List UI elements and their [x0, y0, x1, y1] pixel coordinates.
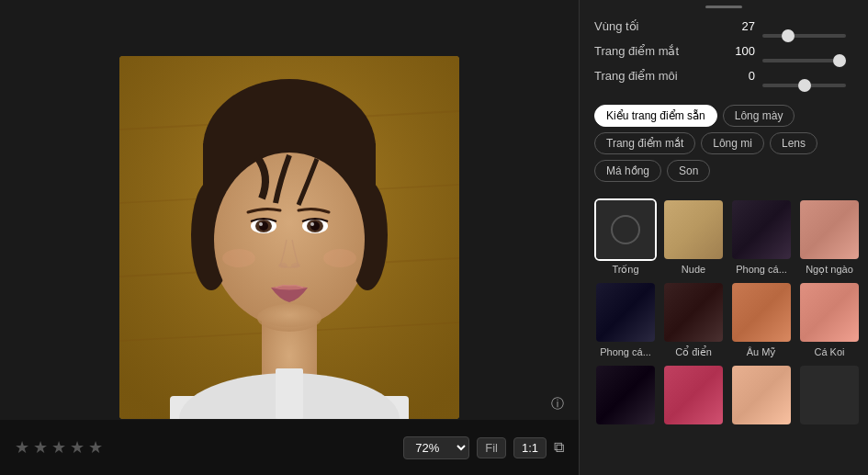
svg-point-18 — [259, 222, 263, 226]
preset-phong-ca-1[interactable]: Phong cá... — [730, 198, 793, 276]
presets-row-1: Trống Nude Phong cá... Ngọt ngào — [594, 198, 853, 276]
sliders-section: Vùng tối 27 Trang điểm mắt 100 Trang điể… — [580, 10, 868, 101]
preset-row3-a-bg — [596, 366, 655, 424]
preset-ngot-ngao[interactable]: Ngọt ngào — [798, 198, 861, 276]
preset-phong-ca-2-label: Phong cá... — [600, 346, 651, 357]
svg-point-27 — [257, 304, 321, 332]
trang-diem-mat-value: 100 — [723, 44, 755, 58]
preset-nude-bg — [664, 200, 723, 259]
preset-co-dien-thumb — [662, 281, 725, 344]
preset-trong[interactable]: Trống — [594, 198, 657, 276]
trang-diem-moi-slider[interactable] — [762, 84, 846, 87]
preset-ngot-ngao-bg — [800, 200, 859, 259]
svg-point-25 — [222, 249, 255, 267]
star-5[interactable]: ★ — [88, 437, 103, 458]
trang-diem-moi-label: Trang điểm môi — [594, 69, 723, 83]
right-panel: Vùng tối 27 Trang điểm mắt 100 Trang điể… — [579, 0, 868, 475]
trang-diem-moi-value: 0 — [723, 69, 755, 83]
svg-point-22 — [310, 222, 314, 226]
preset-row3-c-bg — [732, 366, 791, 424]
preset-au-my-bg — [732, 283, 791, 342]
preset-co-dien-bg — [664, 283, 723, 342]
preset-trong-circle — [611, 215, 640, 244]
preset-au-my-thumb — [730, 281, 793, 344]
tags-section: Kiểu trang điểm sẵn Lông mày Trang điểm … — [580, 101, 868, 195]
preset-row3-a[interactable] — [594, 364, 657, 429]
preset-ca-koi-bg — [800, 283, 859, 342]
info-icon[interactable]: ⓘ — [551, 396, 564, 413]
presets-row-2: Phong cá... Cổ điển Âu Mỹ Cá Koi — [594, 281, 853, 358]
preset-phong-ca-2-thumb — [594, 281, 657, 344]
preset-nude[interactable]: Nude — [662, 198, 725, 276]
preset-ca-koi-thumb — [798, 281, 861, 344]
preset-row3-d[interactable] — [798, 364, 861, 429]
tag-long-mi[interactable]: Lông mi — [701, 132, 764, 154]
preset-trong-thumb — [594, 198, 657, 261]
preset-phong-ca-2[interactable]: Phong cá... — [594, 281, 657, 358]
ratio-badge: 1:1 — [513, 437, 547, 458]
svg-point-24 — [291, 263, 300, 268]
preset-phong-ca-1-label: Phong cá... — [736, 264, 787, 275]
star-3[interactable]: ★ — [51, 437, 66, 458]
trang-diem-moi-track — [762, 74, 846, 78]
preset-trong-bg — [596, 200, 655, 259]
preset-trong-label: Trống — [612, 264, 638, 276]
preset-au-my-label: Âu Mỹ — [747, 346, 777, 358]
tag-long-may[interactable]: Lông mày — [723, 105, 795, 127]
preset-row3-b[interactable] — [662, 364, 725, 429]
tag-trang-diem-mat[interactable]: Trang điểm mắt — [594, 132, 695, 154]
vung-toi-track — [762, 25, 846, 28]
tag-son[interactable]: Son — [667, 160, 710, 182]
preset-row3-a-thumb — [594, 364, 657, 426]
zoom-select[interactable]: 72% 50% 100% — [403, 436, 469, 459]
svg-point-26 — [323, 249, 356, 267]
fil-badge: Fil — [477, 437, 506, 458]
preset-row3-b-thumb — [662, 364, 725, 426]
preset-co-dien[interactable]: Cổ điển — [662, 281, 725, 358]
tags-row-1: Kiểu trang điểm sẵn Lông mày — [594, 105, 853, 127]
slider-row-mat: Trang điểm mắt 100 — [594, 44, 853, 58]
preset-phong-ca-1-thumb — [730, 198, 793, 261]
vung-toi-value: 27 — [723, 19, 755, 33]
star-2[interactable]: ★ — [33, 437, 48, 458]
presets-row-3 — [594, 364, 853, 429]
zoom-controls: 72% 50% 100% Fil 1:1 ⧉ — [403, 436, 564, 459]
tags-row-2: Trang điểm mắt Lông mi Lens — [594, 132, 853, 154]
trang-diem-mat-slider[interactable] — [762, 59, 846, 62]
preset-row3-b-bg — [664, 366, 723, 424]
preset-nude-label: Nude — [682, 264, 705, 275]
star-1[interactable]: ★ — [15, 437, 29, 458]
drag-handle — [705, 6, 742, 8]
preset-nude-thumb — [662, 198, 725, 261]
preset-co-dien-label: Cổ điển — [675, 346, 712, 358]
preset-au-my[interactable]: Âu Mỹ — [730, 281, 793, 358]
vung-toi-slider[interactable] — [762, 34, 846, 38]
slider-row-moi: Trang điểm môi 0 — [594, 69, 853, 83]
tag-lens[interactable]: Lens — [770, 132, 817, 154]
tag-kieu-trang-diem[interactable]: Kiểu trang điểm sẵn — [594, 105, 717, 127]
preset-phong-ca-2-bg — [596, 283, 655, 342]
tags-row-3: Má hồng Son — [594, 160, 853, 182]
panel-top-divider — [580, 0, 868, 10]
preset-ngot-ngao-thumb — [798, 198, 861, 261]
preset-row3-c[interactable] — [730, 364, 793, 429]
svg-point-23 — [278, 263, 287, 268]
preset-row3-c-thumb — [730, 364, 793, 426]
copy-icon[interactable]: ⧉ — [554, 439, 564, 456]
left-panel: ⓘ ★ ★ ★ ★ ★ 72% 50% 100% Fil 1:1 ⧉ — [0, 0, 579, 475]
preset-row3-d-bg — [800, 366, 859, 424]
svg-rect-29 — [276, 368, 303, 419]
bottom-bar: ★ ★ ★ ★ ★ 72% 50% 100% Fil 1:1 ⧉ — [0, 420, 579, 475]
trang-diem-mat-label: Trang điểm mắt — [594, 44, 723, 58]
stars-row: ★ ★ ★ ★ ★ — [15, 437, 103, 458]
image-container — [119, 56, 459, 419]
tag-ma-hong[interactable]: Má hồng — [594, 160, 661, 182]
trang-diem-mat-track — [762, 50, 846, 53]
preset-ca-koi[interactable]: Cá Koi — [798, 281, 861, 358]
slider-row-vung-toi: Vùng tối 27 — [594, 19, 853, 33]
preset-ca-koi-label: Cá Koi — [814, 346, 844, 357]
presets-grid: Trống Nude Phong cá... Ngọt ngào — [580, 195, 868, 475]
preset-phong-ca-1-bg — [732, 200, 791, 259]
preset-row3-d-thumb — [798, 364, 861, 426]
star-4[interactable]: ★ — [70, 437, 85, 458]
